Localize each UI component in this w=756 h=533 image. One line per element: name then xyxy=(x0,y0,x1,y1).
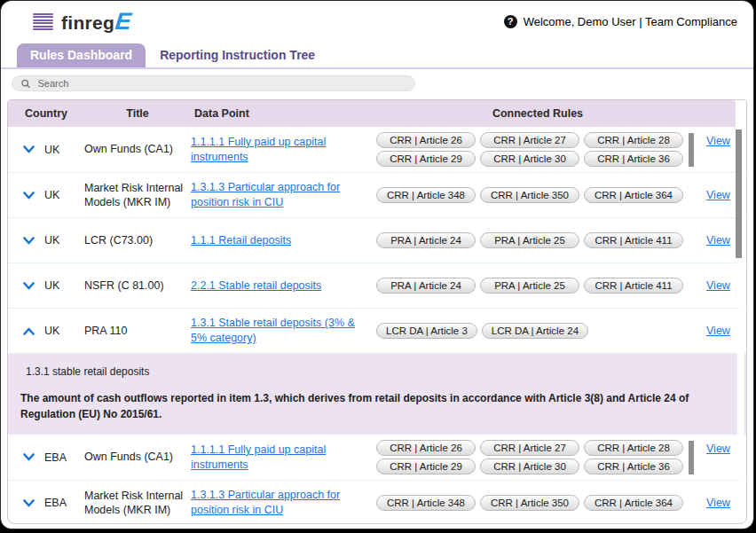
rule-chip[interactable]: CRR | Article 350 xyxy=(480,187,579,203)
data-point-link[interactable]: 2.2.1 Stable retail deposits xyxy=(191,279,321,292)
logo-accent-letter: E xyxy=(114,10,133,34)
search-box[interactable] xyxy=(12,75,415,91)
rule-chip[interactable]: LCR DA | Article 24 xyxy=(482,323,588,339)
view-link[interactable]: View xyxy=(706,497,730,509)
rule-chip[interactable]: PRA | Article 24 xyxy=(376,278,476,294)
chevron-down-icon[interactable] xyxy=(22,497,35,509)
table-scrollbar-track[interactable] xyxy=(737,127,744,521)
data-point-link[interactable]: 1.1.1.1 Fully paid up capital instrument… xyxy=(191,443,326,471)
data-point-cell: 1.3.1.3 Particular approach for position… xyxy=(191,488,373,518)
rule-chip[interactable]: CRR | Article 411 xyxy=(584,232,683,248)
rule-chip[interactable]: CRR | Article 348 xyxy=(376,495,476,511)
view-link[interactable]: View xyxy=(706,325,730,337)
column-header-data-point: Data Point xyxy=(191,107,373,120)
connected-rules-cell: PRA | Article 24PRA | Article 25CRR | Ar… xyxy=(373,278,703,294)
data-point-link[interactable]: 1.1.1 Retail deposits xyxy=(191,234,291,247)
country-label: UK xyxy=(44,279,59,292)
top-bar: finregE ? Welcome, Demo User | Team Comp… xyxy=(1,1,753,43)
chevron-down-icon[interactable] xyxy=(22,189,35,201)
brand: finregE xyxy=(33,10,131,34)
rule-chip[interactable]: CRR | Article 26 xyxy=(376,132,476,148)
title-cell: LCR (C73.00) xyxy=(84,233,191,247)
tab-rules-dashboard[interactable]: Rules Dashboard xyxy=(17,43,146,67)
data-point-link[interactable]: 1.3.1 Stable retail deposits (3% & 5% ca… xyxy=(191,317,355,344)
table-row: UK LCR (C73.00) 1.1.1 Retail deposits PR… xyxy=(8,218,746,263)
rules-scrollbar-thumb[interactable] xyxy=(689,441,694,474)
country-cell: EBA xyxy=(8,451,84,464)
rule-chip[interactable]: PRA | Article 25 xyxy=(480,232,579,248)
search-input[interactable] xyxy=(35,77,406,90)
rule-chip[interactable]: CRR | Article 364 xyxy=(584,495,683,511)
rules-table: Country Title Data Point Connected Rules… xyxy=(7,99,747,524)
country-cell: UK xyxy=(8,189,84,201)
title-cell: Own Funds (CA1) xyxy=(84,142,191,156)
country-label: UK xyxy=(44,189,59,201)
connected-rules-cell: CRR | Article 348CRR | Article 350CRR | … xyxy=(373,187,703,203)
connected-rules-cell: CRR | Article 26CRR | Article 27CRR | Ar… xyxy=(373,440,703,474)
data-point-cell: 1.3.1.3 Particular approach for position… xyxy=(191,180,373,210)
table-body: UK Own Funds (CA1) 1.1.1.1 Fully paid up… xyxy=(8,127,746,524)
country-label: EBA xyxy=(44,497,67,509)
title-cell: Market Risk Internal Models (MKR IM) xyxy=(84,181,191,210)
column-header-title: Title xyxy=(84,107,191,120)
table-row: UK NSFR (C 81.00) 2.2.1 Stable retail de… xyxy=(8,263,746,309)
rule-chip[interactable]: CRR | Article 30 xyxy=(480,151,579,167)
view-link[interactable]: View xyxy=(706,234,730,247)
chevron-down-icon[interactable] xyxy=(22,144,35,156)
rules-scrollbar-thumb[interactable] xyxy=(689,133,694,167)
rule-chip[interactable]: CRR | Article 28 xyxy=(584,440,683,456)
data-point-link[interactable]: 1.3.1.3 Particular approach for position… xyxy=(191,489,340,516)
rule-chip[interactable]: CRR | Article 36 xyxy=(584,459,683,474)
table-row: EBA Market Risk Internal Models (MKR IM)… xyxy=(8,481,746,524)
rule-chip[interactable]: CRR | Article 30 xyxy=(480,459,579,474)
country-cell: UK xyxy=(8,234,84,247)
rule-chip[interactable]: CRR | Article 36 xyxy=(584,151,683,167)
chevron-down-icon[interactable] xyxy=(22,451,35,464)
title-cell: PRA 110 xyxy=(84,324,191,338)
view-link[interactable]: View xyxy=(706,135,730,147)
table-scrollbar-thumb[interactable] xyxy=(736,129,742,258)
rule-chip[interactable]: CRR | Article 29 xyxy=(376,151,476,167)
country-label: EBA xyxy=(44,451,67,464)
rule-chip[interactable]: CRR | Article 411 xyxy=(584,278,683,294)
rule-chip[interactable]: CRR | Article 364 xyxy=(584,187,683,203)
rule-chip[interactable]: CRR | Article 348 xyxy=(376,187,476,203)
app-logo: finregE xyxy=(61,10,131,34)
rule-chip[interactable]: PRA | Article 24 xyxy=(376,232,476,248)
view-link[interactable]: View xyxy=(706,279,730,292)
search-row xyxy=(1,69,753,98)
data-point-link[interactable]: 1.3.1.3 Particular approach for position… xyxy=(191,181,340,208)
help-icon[interactable]: ? xyxy=(504,15,517,28)
data-point-cell: 1.1.1 Retail deposits xyxy=(191,233,373,248)
rule-chip[interactable]: CRR | Article 27 xyxy=(480,132,579,148)
rule-chip[interactable]: CRR | Article 28 xyxy=(584,132,683,148)
view-link[interactable]: View xyxy=(706,443,730,455)
data-point-cell: 2.2.1 Stable retail deposits xyxy=(191,278,373,294)
logo-text: finreg xyxy=(61,12,114,33)
country-cell: UK xyxy=(8,144,84,156)
tab-reporting-instruction-tree[interactable]: Reporting Instruction Tree xyxy=(154,43,328,67)
chevron-down-icon[interactable] xyxy=(22,234,35,247)
connected-rules-cell: LCR DA | Article 3LCR DA | Article 24 xyxy=(373,323,703,339)
tab-bar: Rules Dashboard Reporting Instruction Tr… xyxy=(1,43,753,69)
rule-chip[interactable]: CRR | Article 27 xyxy=(480,440,579,456)
country-cell: EBA xyxy=(8,497,84,509)
rule-chip[interactable]: CRR | Article 29 xyxy=(376,459,476,474)
rule-chip[interactable]: LCR DA | Article 3 xyxy=(376,323,477,339)
chevron-up-icon[interactable] xyxy=(22,325,35,337)
user-welcome-area: ? Welcome, Demo User | Team Compliance xyxy=(504,15,737,28)
rule-chip[interactable]: CRR | Article 350 xyxy=(480,495,579,511)
hamburger-menu-icon[interactable] xyxy=(33,13,53,30)
connected-rules-cell: CRR | Article 26CRR | Article 27CRR | Ar… xyxy=(373,132,703,167)
rule-chip[interactable]: PRA | Article 25 xyxy=(480,278,579,294)
table-row: UK Own Funds (CA1) 1.1.1.1 Fully paid up… xyxy=(8,127,746,173)
country-label: UK xyxy=(44,325,59,337)
data-point-link[interactable]: 1.1.1.1 Fully paid up capital instrument… xyxy=(191,136,326,163)
rule-chip[interactable]: CRR | Article 26 xyxy=(376,440,476,456)
chevron-down-icon[interactable] xyxy=(22,279,35,292)
view-link[interactable]: View xyxy=(706,189,730,201)
data-point-cell: 1.3.1 Stable retail deposits (3% & 5% ca… xyxy=(191,316,373,346)
title-cell: Own Funds (CA1) xyxy=(84,450,191,464)
app-window: finregE ? Welcome, Demo User | Team Comp… xyxy=(1,1,753,529)
title-cell: NSFR (C 81.00) xyxy=(84,278,191,293)
